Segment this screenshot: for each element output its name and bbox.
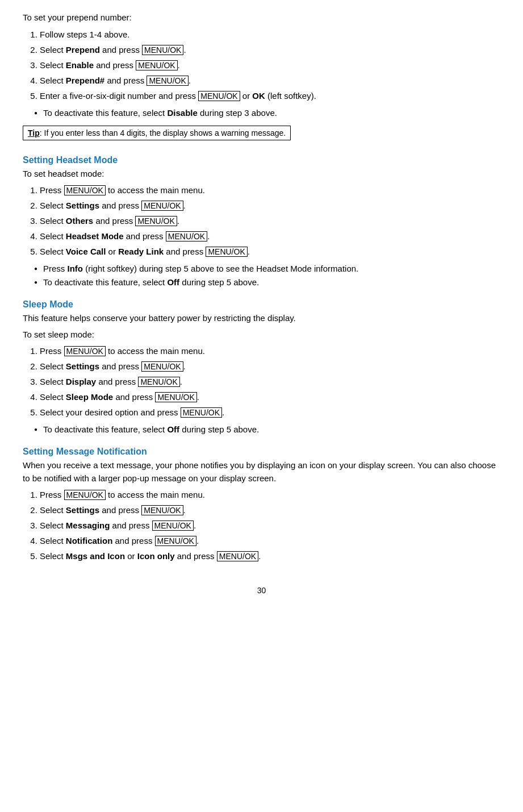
sleep-kbd-4: MENU/OK <box>155 392 196 402</box>
prepend-bold-prepend: Prepend <box>66 45 100 55</box>
prepend-bold-enable: Enable <box>66 60 94 70</box>
prepend-bullet-1: To deactivate this feature, select Disab… <box>34 106 500 120</box>
headset-bold-info: Info <box>68 264 83 273</box>
sleep-bold-display: Display <box>66 377 96 386</box>
sleep-kbd-3: MENU/OK <box>138 377 179 387</box>
headset-step-5: Select Voice Call or Ready Link and pres… <box>40 245 500 259</box>
headset-step-3: Select Others and press MENU/OK. <box>40 214 500 228</box>
headset-kbd-1: MENU/OK <box>64 185 106 195</box>
page-number: 30 <box>23 586 500 595</box>
headset-bold-others: Others <box>66 216 93 226</box>
sleep-step-5: Select your desired option and press MEN… <box>40 406 500 419</box>
prepend-intro: To set your prepend number: <box>23 11 500 24</box>
notification-intro: When you receive a text message, your ph… <box>23 459 500 485</box>
prepend-kbd-1: MENU/OK <box>142 45 183 55</box>
sleep-intro2: To set sleep mode: <box>23 328 500 342</box>
headset-step-4: Select Headset Mode and press MENU/OK. <box>40 230 500 243</box>
notification-step-1: Press MENU/OK to access the main menu. <box>40 488 500 502</box>
headset-section: Setting Headset Mode To set headset mode… <box>23 155 500 290</box>
prepend-tip-box: Tip: If you enter less than 4 digits, th… <box>23 126 291 140</box>
sleep-bullet-1: To deactivate this feature, select Off d… <box>34 423 500 436</box>
notification-kbd-3: MENU/OK <box>152 520 194 531</box>
notification-kbd-4: MENU/OK <box>155 536 196 546</box>
sleep-step-4: Select Sleep Mode and press MENU/OK. <box>40 390 500 404</box>
notification-title: Setting Message Notification <box>23 447 500 457</box>
notification-bold-notification: Notification <box>66 536 113 546</box>
sleep-kbd-5: MENU/OK <box>181 407 222 418</box>
notification-bold-messaging: Messaging <box>66 520 110 530</box>
sleep-bullets: To deactivate this feature, select Off d… <box>34 423 500 436</box>
prepend-bold-prepend-hash: Prepend# <box>66 76 104 85</box>
prepend-bold-disable: Disable <box>167 108 197 118</box>
notification-step-4: Select Notification and press MENU/OK. <box>40 534 500 548</box>
headset-bold-ready-link: Ready Link <box>118 247 164 256</box>
notification-bold-msgs-icon: Msgs and Icon <box>66 551 125 561</box>
prepend-step-2: Select Prepend and press MENU/OK. <box>40 43 500 57</box>
prepend-step-4: Select Prepend# and press MENU/OK. <box>40 74 500 88</box>
headset-intro: To set headset mode: <box>23 168 500 181</box>
headset-bullet-2: To deactivate this feature, select Off d… <box>34 276 500 289</box>
sleep-intro: This feature helps conserve your battery… <box>23 312 500 325</box>
headset-bullet-1: Press Info (right softkey) during step 5… <box>34 262 500 276</box>
headset-step-2: Select Settings and press MENU/OK. <box>40 199 500 213</box>
prepend-step-1: Follow steps 1‑4 above. <box>40 28 500 41</box>
notification-bold-settings: Settings <box>66 505 99 515</box>
prepend-bold-ok: OK <box>252 91 265 101</box>
tip-text: : If you enter less than 4 digits, the d… <box>40 128 286 138</box>
notification-step-5: Select Msgs and Icon or Icon only and pr… <box>40 549 500 563</box>
prepend-step-3: Select Enable and press MENU/OK. <box>40 59 500 72</box>
headset-bold-settings: Settings <box>66 201 99 210</box>
sleep-steps: Press MENU/OK to access the main menu. S… <box>40 344 500 419</box>
prepend-steps: Follow steps 1‑4 above. Select Prepend a… <box>40 28 500 103</box>
headset-kbd-4: MENU/OK <box>166 231 207 241</box>
headset-kbd-3: MENU/OK <box>135 216 177 226</box>
prepend-kbd-4: MENU/OK <box>198 91 240 101</box>
sleep-step-1: Press MENU/OK to access the main menu. <box>40 344 500 358</box>
headset-title: Setting Headset Mode <box>23 155 500 165</box>
headset-bold-mode: Headset Mode <box>66 231 124 241</box>
sleep-bold-sleep-mode: Sleep Mode <box>66 392 113 402</box>
sleep-bold-off: Off <box>167 424 179 434</box>
notification-steps: Press MENU/OK to access the main menu. S… <box>40 488 500 563</box>
sleep-title: Sleep Mode <box>23 299 500 310</box>
tip-label: Tip <box>28 128 40 138</box>
sleep-bold-settings: Settings <box>66 361 99 371</box>
notification-step-2: Select Settings and press MENU/OK. <box>40 503 500 517</box>
headset-bold-off: Off <box>167 277 179 287</box>
notification-kbd-5: MENU/OK <box>217 551 258 561</box>
prepend-section: To set your prepend number: Follow steps… <box>23 11 500 145</box>
sleep-section: Sleep Mode This feature helps conserve y… <box>23 299 500 436</box>
notification-kbd-2: MENU/OK <box>141 505 183 515</box>
headset-kbd-2: MENU/OK <box>141 201 183 211</box>
prepend-kbd-3: MENU/OK <box>147 76 188 86</box>
sleep-kbd-2: MENU/OK <box>141 361 183 372</box>
headset-bullets: Press Info (right softkey) during step 5… <box>34 262 500 289</box>
notification-bold-icon-only: Icon only <box>137 551 175 561</box>
headset-steps: Press MENU/OK to access the main menu. S… <box>40 184 500 259</box>
prepend-kbd-2: MENU/OK <box>136 60 177 70</box>
headset-kbd-5: MENU/OK <box>206 247 247 257</box>
sleep-step-2: Select Settings and press MENU/OK. <box>40 360 500 373</box>
headset-bold-voice-call: Voice Call <box>66 247 106 256</box>
sleep-kbd-1: MENU/OK <box>64 346 106 356</box>
headset-step-1: Press MENU/OK to access the main menu. <box>40 184 500 197</box>
notification-step-3: Select Messaging and press MENU/OK. <box>40 519 500 532</box>
sleep-step-3: Select Display and press MENU/OK. <box>40 375 500 389</box>
prepend-bullets: To deactivate this feature, select Disab… <box>34 106 500 120</box>
notification-kbd-1: MENU/OK <box>64 490 106 500</box>
prepend-step-5: Enter a five‑or‑six‑digit number and pre… <box>40 89 500 103</box>
notification-section: Setting Message Notification When you re… <box>23 447 500 563</box>
